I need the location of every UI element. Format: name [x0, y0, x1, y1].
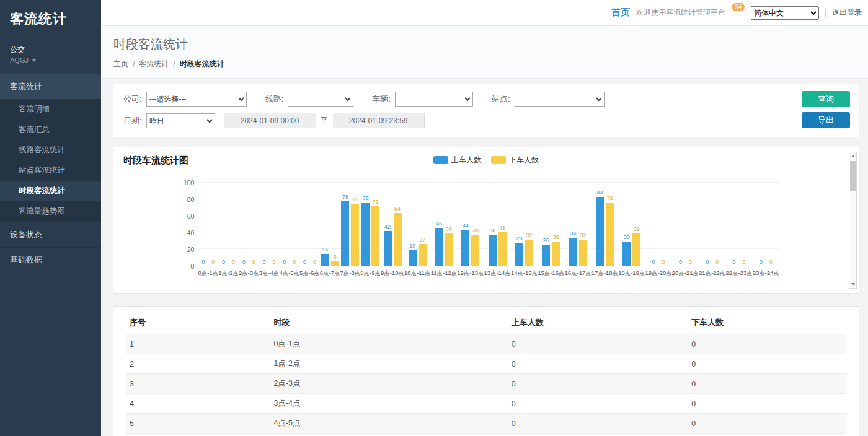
bar-value-label: 0	[679, 259, 682, 266]
table-cell: 0	[508, 354, 688, 374]
table-cell: 0	[508, 334, 688, 354]
bar[interactable]	[321, 254, 329, 266]
sidebar-item-flow-detail[interactable]: 客流明细	[0, 99, 101, 120]
bar[interactable]	[445, 233, 453, 266]
bar-value-label: 30	[624, 234, 630, 241]
station-select[interactable]	[515, 92, 604, 107]
bar[interactable]	[371, 206, 379, 266]
sidebar-item-period-flow[interactable]: 时段客流统计	[0, 181, 101, 201]
header-alighting: 下车人数	[688, 312, 846, 334]
org-selector[interactable]: AQGJ	[0, 56, 101, 74]
line-select[interactable]	[288, 92, 353, 107]
filter-row-2: 日期: 昨日 至	[123, 113, 849, 128]
alighting-legend-swatch-icon	[491, 156, 506, 164]
table-cell: 1	[126, 334, 270, 354]
bar-value-label: 0	[760, 259, 763, 266]
bar[interactable]	[542, 245, 550, 266]
table-cell: 3点-4点	[270, 394, 507, 414]
topbar-divider	[825, 9, 826, 17]
bar[interactable]	[351, 204, 359, 266]
table-cell: 0	[688, 354, 846, 374]
bar-group: 443812点-13点	[457, 183, 484, 277]
bar-group: 005点-6点	[299, 183, 320, 277]
bar-group: 0021点-22点	[699, 183, 725, 277]
bar[interactable]	[596, 197, 604, 266]
bar-value-label: 27	[419, 237, 425, 243]
bar[interactable]	[384, 231, 392, 266]
legend-item-alighting[interactable]: 下车人数	[491, 155, 539, 165]
logout-link[interactable]: 退出登录	[832, 7, 862, 18]
bar-value-label: 0	[743, 259, 746, 266]
company-select[interactable]: ---请选择---	[146, 92, 247, 107]
bar-value-label: 41	[499, 225, 505, 232]
home-link[interactable]: 首页	[611, 7, 630, 19]
sidebar-section-base-data[interactable]: 基础数据	[0, 247, 101, 272]
vehicle-select[interactable]	[395, 92, 473, 107]
bar[interactable]	[471, 235, 479, 266]
header-boarding: 上车人数	[508, 312, 688, 334]
bar[interactable]	[409, 250, 417, 266]
bar[interactable]	[435, 228, 443, 266]
x-axis-label: 16点-17点	[565, 269, 591, 277]
breadcrumb-home[interactable]: 主页	[113, 59, 128, 69]
bar[interactable]	[461, 230, 469, 266]
language-select[interactable]: 简体中文	[751, 6, 819, 20]
breadcrumb-current: 时段客流统计	[180, 59, 224, 69]
bar-value-label: 39	[446, 226, 452, 233]
table-row: 65点-6点00	[126, 434, 846, 436]
date-end-input[interactable]	[333, 113, 425, 128]
scrollbar-thumb[interactable]	[850, 161, 856, 191]
bar-value-label: 0	[211, 259, 215, 266]
bar[interactable]	[418, 244, 427, 266]
bar[interactable]	[525, 240, 533, 266]
bar-group: 003点-4点	[259, 183, 280, 277]
breadcrumb-flow[interactable]: 客流统计	[139, 59, 169, 69]
bar-group: 463911点-12点	[431, 183, 458, 277]
x-axis-label: 6点-7点	[320, 269, 340, 277]
chart-panel: 时段车流统计图 上车人数 下车人数 020406080100 000点-1点00…	[113, 147, 859, 294]
legend-item-boarding[interactable]: 上车人数	[433, 155, 481, 165]
bar[interactable]	[498, 232, 507, 266]
sidebar-item-flow-trend[interactable]: 客流量趋势图	[0, 201, 101, 222]
bar[interactable]	[632, 233, 640, 266]
bar[interactable]	[515, 243, 523, 266]
x-axis-label: 1点-2点	[218, 269, 239, 277]
bar[interactable]	[341, 201, 349, 266]
sidebar-section-passenger-flow[interactable]: 客流统计	[0, 74, 101, 99]
table-cell: 1点-2点	[270, 354, 507, 374]
date-start-input[interactable]	[224, 113, 316, 128]
date-range: 至	[224, 113, 425, 128]
bar[interactable]	[489, 235, 497, 266]
table-header-row: 序号 时段 上车人数 下车人数	[126, 312, 846, 334]
sidebar-section-device-status[interactable]: 设备状态	[0, 222, 101, 247]
export-button[interactable]: 导出	[802, 112, 850, 128]
scroll-up-button[interactable]	[849, 152, 856, 160]
x-axis-label: 21点-22点	[699, 269, 725, 277]
bar[interactable]	[552, 242, 560, 267]
bar[interactable]	[622, 242, 631, 267]
table-cell: 0	[688, 334, 846, 354]
bar[interactable]	[579, 240, 587, 266]
table-row: 10点-1点00	[126, 334, 846, 354]
bar[interactable]	[361, 203, 370, 266]
bar-group: 004点-5点	[279, 183, 299, 277]
x-axis-label: 9点-10点	[381, 269, 404, 277]
date-preset-select[interactable]: 昨日	[146, 113, 215, 128]
sidebar-item-flow-summary[interactable]: 客流汇总	[0, 120, 101, 140]
bar[interactable]	[606, 203, 614, 266]
bar[interactable]	[394, 213, 402, 266]
x-axis-label: 13点-14点	[484, 269, 511, 277]
filter-row-1: 公司: ---请选择--- 线路: 车辆: 站点:	[123, 92, 849, 107]
scroll-down-button[interactable]	[849, 281, 856, 288]
chart-scrollbar[interactable]	[849, 152, 857, 289]
bar[interactable]	[331, 261, 339, 266]
x-axis-label: 3点-4点	[259, 269, 280, 277]
app-brand: 客流统计	[0, 0, 101, 37]
sidebar-item-line-flow[interactable]: 线路客流统计	[0, 140, 101, 160]
bar-value-label: 19	[409, 243, 415, 250]
bar[interactable]	[569, 238, 577, 266]
sidebar-item-station-flow[interactable]: 站点客流统计	[0, 160, 101, 181]
query-button[interactable]: 查询	[802, 91, 850, 107]
table-cell: 0	[688, 374, 846, 394]
bar-value-label: 39	[634, 226, 640, 233]
